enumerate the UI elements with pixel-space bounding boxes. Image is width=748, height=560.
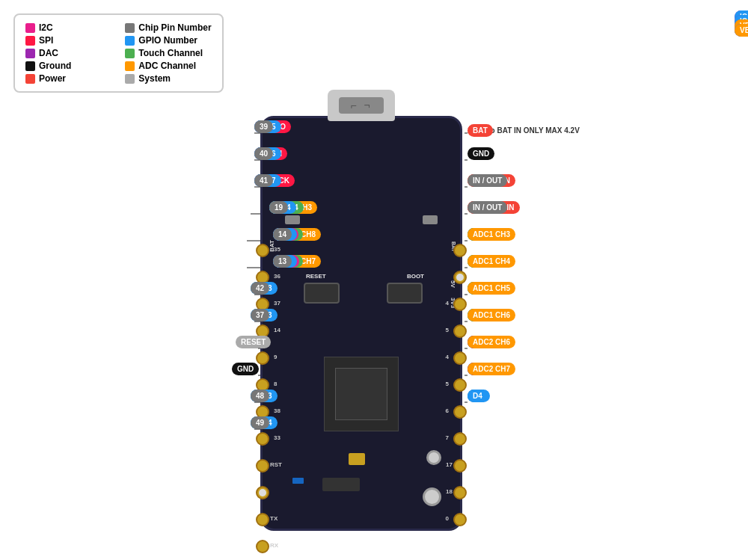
boot-btn-label: BOOT (407, 273, 424, 280)
reset-button[interactable] (304, 283, 340, 304)
pin-hole-35 (256, 244, 269, 257)
legend-chip-pin-label: Chip Pin Number (138, 22, 211, 33)
legend-touch-label: Touch Channel (138, 48, 203, 58)
num-14: 14 (274, 327, 280, 333)
legend-power-label: Power (39, 73, 66, 84)
legend-dac: DAC (25, 48, 111, 58)
pin-hole-io4 (453, 351, 467, 365)
legend-adc-label: ADC Channel (138, 61, 196, 71)
pin49-tag: 49 (251, 416, 269, 429)
pin-hole-io6 (453, 405, 467, 419)
num-17: 17 (446, 461, 453, 468)
legend-system: System (125, 73, 211, 84)
legend-gpio-label: GPIO Number (138, 35, 197, 46)
pin-hole-io7 (453, 432, 467, 446)
num-8: 8 (274, 381, 277, 387)
pin37-tag: 37 (251, 309, 269, 321)
pin-hole-rx (256, 540, 269, 553)
num-9-left: 9 (274, 354, 277, 360)
component-top-right (423, 215, 438, 224)
num-5: 5 (446, 327, 449, 333)
main-container: I2C Chip Pin Number SPI GPIO Number DAC … (0, 0, 748, 560)
reset-btn-label: RESET (306, 273, 326, 280)
pin-hole-3v3 (453, 324, 467, 338)
pin41-tag: 41 (254, 174, 273, 187)
num-33: 33 (274, 434, 280, 441)
legend-ground: Ground (25, 61, 111, 71)
spi-dot (25, 36, 35, 46)
pin-hole-gnd-right (453, 271, 467, 284)
gpio-dot (125, 36, 135, 46)
num-18: 18 (446, 488, 453, 495)
bat-right-tag: BAT (468, 124, 493, 137)
pin39-tag: 39 (254, 120, 273, 133)
power-dot (25, 74, 35, 84)
legend-power: Power (25, 73, 111, 84)
circle-pad-2 (423, 487, 441, 506)
num-4: 4 (446, 300, 449, 307)
main-chip (324, 357, 399, 431)
pin-hole-tx (256, 513, 269, 526)
num-0: 0 (446, 515, 449, 522)
boot-button[interactable] (387, 283, 423, 304)
rst-pad (349, 453, 365, 465)
d4-tag: D4 (468, 390, 488, 402)
pin-hole-io17 (453, 459, 467, 473)
pin19-tag: 19 (269, 201, 288, 214)
pin-hole-5v (453, 298, 467, 311)
num-7: 7 (446, 434, 449, 441)
pin14-tag: 14 (273, 228, 292, 241)
legend: I2C Chip Pin Number SPI GPIO Number DAC … (13, 13, 224, 93)
adc-dot (125, 61, 135, 71)
pin42-tag: 42 (251, 282, 269, 295)
pin-hole-9 (256, 351, 269, 365)
adc1ch4-tag: ADC1 CH4 (468, 255, 515, 268)
usb-connector: ⌐ ¬ (328, 90, 395, 121)
pin-hole-io0 (453, 513, 467, 526)
num-38: 38 (274, 407, 280, 414)
legend-chip-pin: Chip Pin Number (125, 22, 211, 33)
adc2ch6-tag: ADC2 CH6 (468, 336, 515, 348)
3v3-inout-tag: IN / OUT (468, 201, 507, 214)
circle-pad-1 (426, 450, 441, 465)
ground-dot (25, 61, 35, 71)
legend-system-label: System (138, 73, 171, 84)
system-dot (125, 74, 135, 84)
num-6: 6 (446, 407, 449, 414)
pin-hole-io18 (453, 486, 467, 499)
legend-i2c: I2C (25, 22, 111, 33)
legend-dac-label: DAC (39, 48, 58, 58)
legend-gpio: GPIO Number (125, 35, 211, 46)
legend-spi: SPI (25, 35, 111, 46)
adc2ch7-tag: ADC2 CH7 (468, 363, 515, 375)
touch-dot (125, 49, 135, 58)
i2c-dot (25, 23, 35, 33)
component-top-left (285, 215, 300, 224)
pin-hole-rst (256, 459, 269, 473)
label-rst: RST (270, 461, 282, 468)
legend-touch: Touch Channel (125, 48, 211, 58)
gnd-left-tag: GND (232, 363, 259, 375)
legend-i2c-label: I2C (39, 22, 53, 33)
pin-hole-33 (256, 432, 269, 446)
legend-adc: ADC Channel (125, 61, 211, 71)
component-bottom (322, 478, 360, 491)
legend-spi-label: SPI (39, 35, 53, 46)
dac-dot (25, 49, 35, 58)
pin-hole-bat (453, 244, 467, 257)
vbat-tag: VBAT (735, 24, 748, 37)
label-rx: RX (270, 542, 278, 549)
num-5r: 5 (446, 381, 449, 387)
pin48-tag: 48 (251, 390, 269, 402)
pin13-tag: 13 (273, 255, 292, 268)
usb-inner: ⌐ ¬ (339, 97, 384, 114)
num-37: 37 (274, 300, 280, 307)
label-tx: TX (270, 515, 278, 522)
pin-hole-io5 (453, 378, 467, 392)
chip-pin-dot (125, 23, 135, 33)
bat-right-row: BAT 1S LiPo BAT IN ONLY MAX 4.2V (468, 126, 580, 135)
5v-inout-tag: IN / OUT (468, 174, 507, 187)
pin40-tag: 40 (254, 147, 273, 160)
num-36: 36 (274, 273, 280, 280)
reset-left-tag: RESET (236, 336, 271, 348)
